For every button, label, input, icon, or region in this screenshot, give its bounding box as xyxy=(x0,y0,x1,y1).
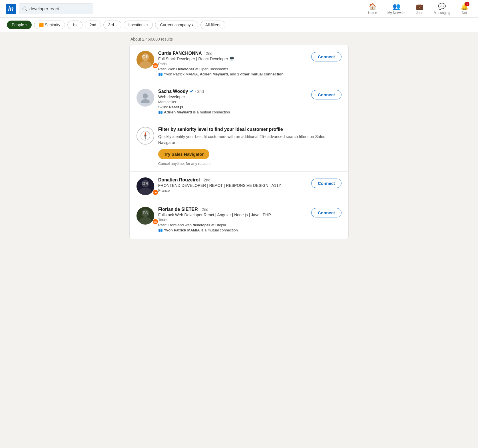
notification-count: 1 xyxy=(465,2,469,6)
name-text-donatien[interactable]: Donatien Rouzeirol xyxy=(158,177,200,183)
result-item-donatien: DR CW Donatien Rouzeirol · 2nd FRONTEND … xyxy=(130,172,348,201)
connect-button-curtis[interactable]: Connect xyxy=(311,52,342,61)
nav-notifications[interactable]: 🔔 1 Not xyxy=(457,0,472,18)
avatar-wrapper-curtis: CF CW xyxy=(136,51,158,69)
filter-3rd-plus[interactable]: 3rd+ xyxy=(103,21,121,29)
search-icon xyxy=(23,7,27,11)
result-info-donatien: Donatien Rouzeirol · 2nd FRONTEND DEVELO… xyxy=(158,177,311,193)
svg-point-3 xyxy=(143,93,148,99)
avatar-wrapper-florian: FS CW xyxy=(136,207,158,225)
result-skills-sacha: Skills: React.js xyxy=(158,105,311,109)
creatiowork-badge-florian: CW xyxy=(152,219,158,225)
result-info-curtis: Curtis FANCHONNA · 2nd Full Stack Develo… xyxy=(158,51,311,77)
navbar: in 🏠 Home 👥 My Network 💼 Jobs 💬 Messagin… xyxy=(0,0,478,18)
result-name-sacha: Sacha Woody ✔ · 2nd xyxy=(158,89,311,94)
result-title-florian: Fullstack Web Developer React | Angular … xyxy=(158,213,311,217)
filter-people[interactable]: People ▾ xyxy=(7,21,32,29)
connect-button-donatien[interactable]: Connect xyxy=(311,179,342,188)
filter-seniority[interactable]: 🟧 Seniority xyxy=(34,21,65,29)
mutual-icon-curtis: 👥 xyxy=(158,72,163,76)
result-item-sacha: Sacha Woody ✔ · 2nd Web developer Montpe… xyxy=(130,83,348,121)
current-company-label: Current company xyxy=(160,23,190,27)
connect-button-sacha[interactable]: Connect xyxy=(311,90,342,99)
name-text-sacha[interactable]: Sacha Woody xyxy=(158,89,188,94)
nav-jobs-label: Jobs xyxy=(416,11,423,15)
nav-my-network[interactable]: 👥 My Network xyxy=(383,0,409,18)
nav-messaging-label: Messaging xyxy=(434,11,450,15)
verified-icon-sacha: ✔ xyxy=(190,89,193,94)
svg-point-10 xyxy=(139,188,152,195)
results-count: About 2,460,000 results xyxy=(129,37,349,41)
search-input[interactable] xyxy=(29,6,89,11)
avatar-initials-florian: FS xyxy=(136,207,154,225)
avatar-initials-donatien: DR xyxy=(136,177,154,195)
degree-donatien: · 2nd xyxy=(202,178,210,182)
promo-description: Quickly identify your best fit customers… xyxy=(158,134,342,146)
result-name-donatien: Donatien Rouzeirol · 2nd xyxy=(158,177,311,183)
first-label: 1st xyxy=(72,23,78,27)
promo-content: Filter by seniority level to find your i… xyxy=(158,127,342,166)
second-label: 2nd xyxy=(90,23,96,27)
avatar-sacha[interactable] xyxy=(136,89,154,107)
result-location-sacha: Montpellier xyxy=(158,100,311,104)
svg-text:FS: FS xyxy=(142,210,148,215)
result-item-florian: FS CW Florian de SIETER · 2nd Fullstack … xyxy=(130,201,348,239)
creatiowork-badge-donatien: CW xyxy=(152,189,158,195)
person-icon xyxy=(140,92,151,103)
result-name-curtis: Curtis FANCHONNA · 2nd xyxy=(158,51,311,56)
name-text-curtis[interactable]: Curtis FANCHONNA xyxy=(158,51,202,56)
name-text-florian[interactable]: Florian de SIETER xyxy=(158,207,198,212)
main-content: About 2,460,000 results CF CW Curtis FAN… xyxy=(125,37,353,239)
third-plus-label: 3rd+ xyxy=(108,23,116,27)
current-company-chevron: ▾ xyxy=(192,23,193,27)
avatar-florian[interactable]: FS xyxy=(136,207,154,225)
people-label: People xyxy=(12,23,24,27)
filter-current-company[interactable]: Current company ▾ xyxy=(155,21,198,29)
notifications-icon: 🔔 1 xyxy=(461,3,468,10)
mutual-connection-sacha: 👥 Adrien Meynard is a mutual connection xyxy=(158,110,311,114)
svg-text:CF: CF xyxy=(142,54,148,59)
seniority-icon: 🟧 xyxy=(39,23,44,27)
result-info-florian: Florian de SIETER · 2nd Fullstack Web De… xyxy=(158,207,311,233)
nav-messaging[interactable]: 💬 Messaging xyxy=(430,0,454,18)
seniority-label: Seniority xyxy=(45,23,60,27)
avatar-donatien[interactable]: DR xyxy=(136,177,154,195)
filter-2nd[interactable]: 2nd xyxy=(85,21,101,29)
promo-sales-navigator: Filter by seniority level to find your i… xyxy=(130,121,348,172)
svg-point-13 xyxy=(139,217,152,225)
promo-cancel-text: Cancel anytime, for any reason. xyxy=(158,161,342,166)
svg-text:DR: DR xyxy=(142,181,148,186)
nav-home[interactable]: 🏠 Home xyxy=(364,0,381,18)
mutual-text-curtis: Yvon Patrick MAMIA, Adrien Meynard, and … xyxy=(164,72,284,76)
degree-curtis: · 2nd xyxy=(204,51,212,56)
jobs-icon: 💼 xyxy=(416,3,423,10)
mutual-connection-curtis: 👥 Yvon Patrick MAMIA, Adrien Meynard, an… xyxy=(158,72,311,76)
connect-button-florian[interactable]: Connect xyxy=(311,208,342,217)
nav-my-network-label: My Network xyxy=(387,11,405,15)
nav-notifications-label: Not xyxy=(462,11,467,15)
degree-sacha: · 2nd xyxy=(195,89,204,94)
avatar-wrapper-donatien: DR CW xyxy=(136,177,158,195)
result-location-donatien: France xyxy=(158,188,311,193)
result-past-curtis: Past: Web Developer at OpenClassrooms xyxy=(158,67,311,71)
compass-icon xyxy=(136,127,154,145)
result-location-curtis: Paris xyxy=(158,62,311,66)
result-title-curtis: Full Stack Developer | React Developer 🖥… xyxy=(158,57,311,61)
filter-locations[interactable]: Locations ▾ xyxy=(124,21,153,29)
locations-label: Locations xyxy=(128,23,146,27)
result-info-sacha: Sacha Woody ✔ · 2nd Web developer Montpe… xyxy=(158,89,311,115)
avatar-curtis[interactable]: CF xyxy=(136,51,154,69)
filter-1st[interactable]: 1st xyxy=(67,21,83,29)
search-bar[interactable] xyxy=(19,3,93,14)
linkedin-logo[interactable]: in xyxy=(6,4,16,14)
result-title-donatien: FRONTEND DEVELOPER | REACT | RESPONSIVE … xyxy=(158,183,311,188)
result-title-sacha: Web developer xyxy=(158,95,311,99)
result-name-florian: Florian de SIETER · 2nd xyxy=(158,207,311,212)
filter-all-filters[interactable]: All filters xyxy=(200,21,225,29)
compass-svg xyxy=(140,131,150,141)
people-chevron: ▾ xyxy=(25,23,27,27)
try-sales-navigator-button[interactable]: Try Sales Navigator xyxy=(158,149,209,159)
mutual-icon-florian: 👥 xyxy=(158,228,163,232)
mutual-text-florian: Yvon Patrick MAMIA is a mutual connectio… xyxy=(164,228,238,232)
nav-jobs[interactable]: 💼 Jobs xyxy=(412,0,427,18)
